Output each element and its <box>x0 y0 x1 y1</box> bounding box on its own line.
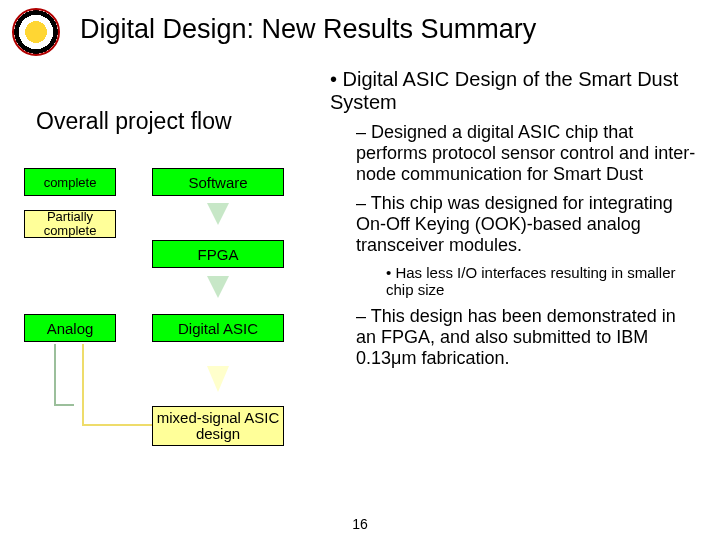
bullet-sub2: This chip was designed for integrating O… <box>356 193 700 256</box>
flow-box-analog: Analog <box>24 314 116 342</box>
flow-box-mixed-signal: mixed-signal ASIC design <box>152 406 284 446</box>
flow-box-software: Software <box>152 168 284 196</box>
arrow-down-icon <box>207 366 229 392</box>
university-logo <box>12 8 60 56</box>
bullet-sub2a: Has less I/O interfaces resulting in sma… <box>386 264 700 298</box>
legend-complete-box: complete <box>24 168 116 196</box>
flow-heading: Overall project flow <box>36 108 232 135</box>
bullet-list: Digital ASIC Design of the Smart Dust Sy… <box>330 68 700 377</box>
bullet-main: Digital ASIC Design of the Smart Dust Sy… <box>330 68 700 114</box>
connector-line <box>54 344 74 406</box>
bullet-sub3: This design has been demonstrated in an … <box>356 306 700 369</box>
page-number: 16 <box>0 516 720 532</box>
arrow-down-icon <box>207 203 229 225</box>
flow-box-fpga: FPGA <box>152 240 284 268</box>
arrow-down-icon <box>207 276 229 298</box>
bullet-sub1: Designed a digital ASIC chip that perfor… <box>356 122 700 185</box>
legend-partial-box: Partially complete <box>24 210 116 238</box>
slide-title: Digital Design: New Results Summary <box>80 14 536 45</box>
flow-box-digital-asic: Digital ASIC <box>152 314 284 342</box>
connector-line <box>82 344 152 426</box>
